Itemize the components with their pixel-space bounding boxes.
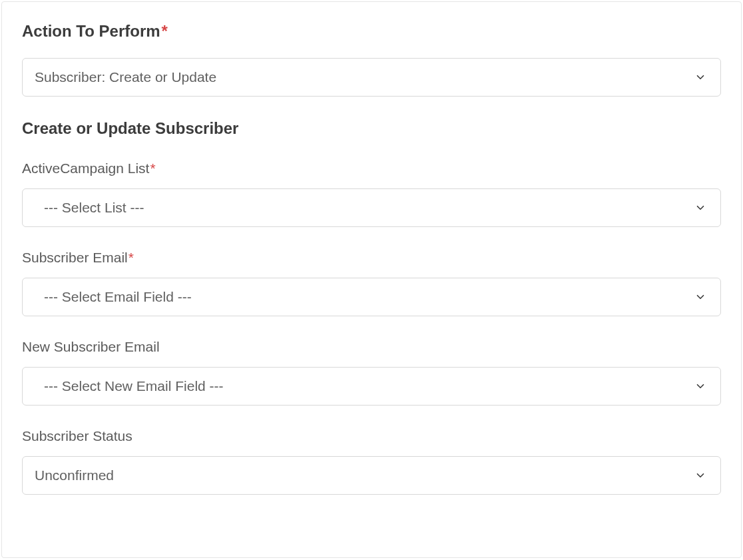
status-select[interactable]: Unconfirmed [22, 456, 721, 495]
chevron-down-icon [694, 469, 707, 482]
settings-panel: Action To Perform Subscriber: Create or … [1, 1, 742, 558]
list-select-value: --- Select List --- [44, 200, 687, 216]
action-select-value: Subscriber: Create or Update [35, 69, 687, 85]
email-label: Subscriber Email [22, 250, 721, 266]
new-email-label: New Subscriber Email [22, 339, 721, 355]
new-email-select-value: --- Select New Email Field --- [44, 378, 687, 394]
field-new-subscriber-email: New Subscriber Email --- Select New Emai… [22, 339, 721, 406]
field-subscriber-status: Subscriber Status Unconfirmed [22, 428, 721, 495]
chevron-down-icon [694, 71, 707, 84]
status-select-value: Unconfirmed [35, 467, 687, 483]
field-activecampaign-list: ActiveCampaign List --- Select List --- [22, 160, 721, 227]
status-label: Subscriber Status [22, 428, 721, 444]
email-select[interactable]: --- Select Email Field --- [22, 278, 721, 316]
new-email-select[interactable]: --- Select New Email Field --- [22, 367, 721, 406]
chevron-down-icon [694, 201, 707, 214]
action-select[interactable]: Subscriber: Create or Update [22, 58, 721, 97]
email-select-value: --- Select Email Field --- [44, 289, 687, 305]
field-subscriber-email: Subscriber Email --- Select Email Field … [22, 250, 721, 316]
chevron-down-icon [694, 380, 707, 393]
chevron-down-icon [694, 290, 707, 304]
list-select[interactable]: --- Select List --- [22, 188, 721, 227]
section-title: Create or Update Subscriber [22, 119, 721, 138]
action-to-perform-heading: Action To Perform [22, 22, 721, 41]
list-label: ActiveCampaign List [22, 160, 721, 176]
